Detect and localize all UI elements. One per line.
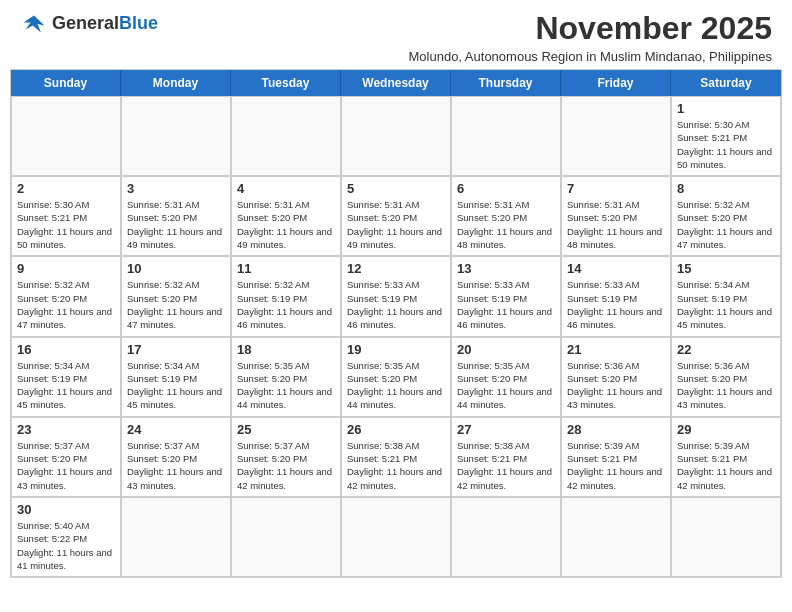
cell-info: Sunrise: 5:31 AM Sunset: 5:20 PM Dayligh… (567, 198, 665, 251)
cell-day-number: 1 (677, 101, 775, 116)
calendar-cell: 11Sunrise: 5:32 AM Sunset: 5:19 PM Dayli… (231, 256, 341, 336)
cell-day-number: 14 (567, 261, 665, 276)
cell-info: Sunrise: 5:33 AM Sunset: 5:19 PM Dayligh… (457, 278, 555, 331)
calendar-cell: 14Sunrise: 5:33 AM Sunset: 5:19 PM Dayli… (561, 256, 671, 336)
day-header-thursday: Thursday (451, 70, 561, 96)
calendar-cell: 24Sunrise: 5:37 AM Sunset: 5:20 PM Dayli… (121, 417, 231, 497)
cell-info: Sunrise: 5:38 AM Sunset: 5:21 PM Dayligh… (347, 439, 445, 492)
day-header-friday: Friday (561, 70, 671, 96)
logo-icon (20, 10, 48, 38)
cell-day-number: 12 (347, 261, 445, 276)
cell-info: Sunrise: 5:35 AM Sunset: 5:20 PM Dayligh… (237, 359, 335, 412)
calendar-cell: 21Sunrise: 5:36 AM Sunset: 5:20 PM Dayli… (561, 337, 671, 417)
title-section: November 2025 Molundo, Autonomous Region… (158, 10, 772, 64)
cell-info: Sunrise: 5:38 AM Sunset: 5:21 PM Dayligh… (457, 439, 555, 492)
cell-info: Sunrise: 5:39 AM Sunset: 5:21 PM Dayligh… (677, 439, 775, 492)
cell-day-number: 22 (677, 342, 775, 357)
cell-day-number: 26 (347, 422, 445, 437)
cell-day-number: 24 (127, 422, 225, 437)
calendar-cell: 26Sunrise: 5:38 AM Sunset: 5:21 PM Dayli… (341, 417, 451, 497)
calendar-cell: 29Sunrise: 5:39 AM Sunset: 5:21 PM Dayli… (671, 417, 781, 497)
cell-day-number: 27 (457, 422, 555, 437)
cell-info: Sunrise: 5:31 AM Sunset: 5:20 PM Dayligh… (347, 198, 445, 251)
cell-day-number: 17 (127, 342, 225, 357)
calendar-cell (121, 96, 231, 176)
cell-info: Sunrise: 5:32 AM Sunset: 5:20 PM Dayligh… (677, 198, 775, 251)
day-header-saturday: Saturday (671, 70, 781, 96)
cell-day-number: 30 (17, 502, 115, 517)
cell-day-number: 7 (567, 181, 665, 196)
day-header-wednesday: Wednesday (341, 70, 451, 96)
cell-day-number: 19 (347, 342, 445, 357)
logo-blue: Blue (119, 13, 158, 33)
day-header-monday: Monday (121, 70, 231, 96)
calendar-cell: 23Sunrise: 5:37 AM Sunset: 5:20 PM Dayli… (11, 417, 121, 497)
cell-info: Sunrise: 5:37 AM Sunset: 5:20 PM Dayligh… (237, 439, 335, 492)
cell-day-number: 10 (127, 261, 225, 276)
calendar-cell: 1Sunrise: 5:30 AM Sunset: 5:21 PM Daylig… (671, 96, 781, 176)
cell-info: Sunrise: 5:39 AM Sunset: 5:21 PM Dayligh… (567, 439, 665, 492)
calendar-cell: 10Sunrise: 5:32 AM Sunset: 5:20 PM Dayli… (121, 256, 231, 336)
calendar-cell (341, 96, 451, 176)
calendar-cell: 3Sunrise: 5:31 AM Sunset: 5:20 PM Daylig… (121, 176, 231, 256)
logo-general: General (52, 13, 119, 33)
cell-info: Sunrise: 5:31 AM Sunset: 5:20 PM Dayligh… (127, 198, 225, 251)
subtitle: Molundo, Autonomous Region in Muslim Min… (158, 49, 772, 64)
cell-day-number: 11 (237, 261, 335, 276)
cell-info: Sunrise: 5:32 AM Sunset: 5:20 PM Dayligh… (127, 278, 225, 331)
cell-day-number: 2 (17, 181, 115, 196)
calendar-cell: 30Sunrise: 5:40 AM Sunset: 5:22 PM Dayli… (11, 497, 121, 577)
cell-day-number: 28 (567, 422, 665, 437)
calendar-cell: 12Sunrise: 5:33 AM Sunset: 5:19 PM Dayli… (341, 256, 451, 336)
calendar-cell (121, 497, 231, 577)
calendar-grid: 1Sunrise: 5:30 AM Sunset: 5:21 PM Daylig… (11, 96, 781, 577)
cell-info: Sunrise: 5:34 AM Sunset: 5:19 PM Dayligh… (677, 278, 775, 331)
cell-info: Sunrise: 5:36 AM Sunset: 5:20 PM Dayligh… (567, 359, 665, 412)
cell-day-number: 3 (127, 181, 225, 196)
cell-info: Sunrise: 5:33 AM Sunset: 5:19 PM Dayligh… (347, 278, 445, 331)
cell-info: Sunrise: 5:40 AM Sunset: 5:22 PM Dayligh… (17, 519, 115, 572)
calendar-cell (231, 96, 341, 176)
calendar-cell (561, 96, 671, 176)
cell-day-number: 20 (457, 342, 555, 357)
cell-day-number: 4 (237, 181, 335, 196)
cell-info: Sunrise: 5:36 AM Sunset: 5:20 PM Dayligh… (677, 359, 775, 412)
cell-info: Sunrise: 5:32 AM Sunset: 5:20 PM Dayligh… (17, 278, 115, 331)
calendar-cell (11, 96, 121, 176)
cell-day-number: 6 (457, 181, 555, 196)
calendar-cell: 18Sunrise: 5:35 AM Sunset: 5:20 PM Dayli… (231, 337, 341, 417)
calendar-cell: 16Sunrise: 5:34 AM Sunset: 5:19 PM Dayli… (11, 337, 121, 417)
cell-info: Sunrise: 5:31 AM Sunset: 5:20 PM Dayligh… (457, 198, 555, 251)
cell-info: Sunrise: 5:31 AM Sunset: 5:20 PM Dayligh… (237, 198, 335, 251)
calendar-cell (671, 497, 781, 577)
calendar-cell: 20Sunrise: 5:35 AM Sunset: 5:20 PM Dayli… (451, 337, 561, 417)
calendar-cell (561, 497, 671, 577)
cell-day-number: 8 (677, 181, 775, 196)
calendar-cell: 2Sunrise: 5:30 AM Sunset: 5:21 PM Daylig… (11, 176, 121, 256)
logo-text: GeneralBlue (52, 14, 158, 34)
calendar-cell: 5Sunrise: 5:31 AM Sunset: 5:20 PM Daylig… (341, 176, 451, 256)
calendar-cell: 28Sunrise: 5:39 AM Sunset: 5:21 PM Dayli… (561, 417, 671, 497)
calendar: SundayMondayTuesdayWednesdayThursdayFrid… (10, 69, 782, 578)
cell-day-number: 13 (457, 261, 555, 276)
cell-info: Sunrise: 5:37 AM Sunset: 5:20 PM Dayligh… (17, 439, 115, 492)
calendar-cell: 4Sunrise: 5:31 AM Sunset: 5:20 PM Daylig… (231, 176, 341, 256)
calendar-cell: 7Sunrise: 5:31 AM Sunset: 5:20 PM Daylig… (561, 176, 671, 256)
cell-day-number: 29 (677, 422, 775, 437)
day-header-tuesday: Tuesday (231, 70, 341, 96)
cell-day-number: 21 (567, 342, 665, 357)
cell-info: Sunrise: 5:34 AM Sunset: 5:19 PM Dayligh… (127, 359, 225, 412)
page-header: GeneralBlue November 2025 Molundo, Auton… (0, 0, 792, 69)
cell-info: Sunrise: 5:30 AM Sunset: 5:21 PM Dayligh… (677, 118, 775, 171)
calendar-cell: 17Sunrise: 5:34 AM Sunset: 5:19 PM Dayli… (121, 337, 231, 417)
calendar-cell (451, 497, 561, 577)
day-headers: SundayMondayTuesdayWednesdayThursdayFrid… (11, 70, 781, 96)
day-header-sunday: Sunday (11, 70, 121, 96)
month-title: November 2025 (158, 10, 772, 47)
calendar-cell (341, 497, 451, 577)
calendar-cell: 25Sunrise: 5:37 AM Sunset: 5:20 PM Dayli… (231, 417, 341, 497)
cell-info: Sunrise: 5:35 AM Sunset: 5:20 PM Dayligh… (347, 359, 445, 412)
cell-info: Sunrise: 5:33 AM Sunset: 5:19 PM Dayligh… (567, 278, 665, 331)
cell-day-number: 25 (237, 422, 335, 437)
calendar-cell: 8Sunrise: 5:32 AM Sunset: 5:20 PM Daylig… (671, 176, 781, 256)
